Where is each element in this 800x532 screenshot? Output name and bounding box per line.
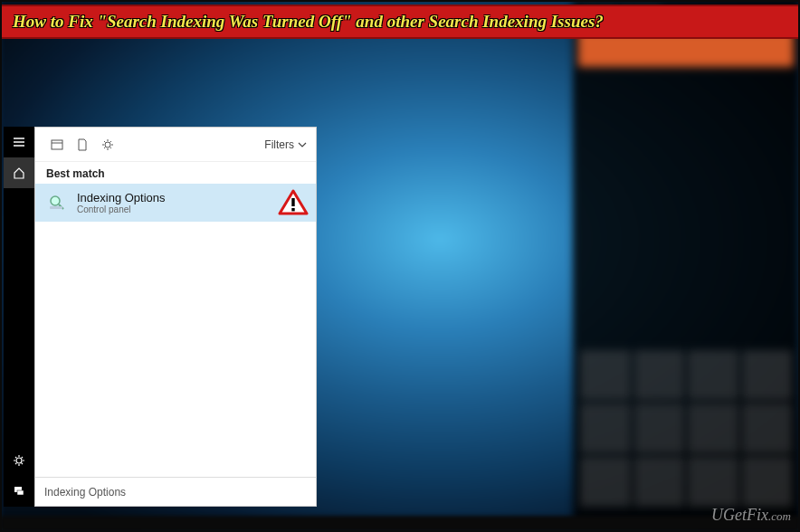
svg-rect-3	[52, 140, 62, 149]
svg-point-6	[51, 196, 60, 205]
quick-tile[interactable]	[688, 350, 738, 400]
quick-tile[interactable]	[634, 350, 685, 400]
quick-tile[interactable]	[580, 350, 631, 400]
svg-rect-8	[50, 206, 62, 209]
chevron-down-icon	[298, 142, 307, 147]
search-result-indexing-options[interactable]: Indexing Options Control panel	[35, 184, 316, 222]
warning-icon	[278, 189, 309, 216]
gear-icon[interactable]	[4, 445, 34, 476]
filters-label: Filters	[264, 138, 294, 151]
svg-point-5	[105, 142, 110, 147]
search-results-panel: Filters Best match Indexing Options Cont…	[34, 127, 317, 507]
quick-tile[interactable]	[580, 457, 631, 507]
search-results-body	[35, 222, 316, 477]
quick-tile[interactable]	[742, 350, 793, 400]
best-match-header: Best match	[35, 162, 316, 184]
documents-scope-icon[interactable]	[70, 132, 95, 157]
settings-scope-icon[interactable]	[95, 132, 120, 157]
quick-tile[interactable]	[634, 404, 685, 453]
svg-rect-2	[17, 490, 24, 495]
search-input[interactable]: Indexing Options	[35, 477, 316, 506]
watermark-brand: UGetFix	[711, 506, 768, 524]
result-subtitle: Control panel	[77, 204, 166, 214]
article-title-banner: How to Fix "Search Indexing Was Turned O…	[0, 5, 800, 39]
action-center-panel: ACTION CENTER	[573, 0, 799, 525]
taskbar[interactable]	[0, 516, 800, 532]
feedback-icon[interactable]	[4, 476, 34, 507]
indexing-options-icon	[46, 192, 68, 214]
home-icon[interactable]	[4, 157, 34, 188]
quick-tile[interactable]	[742, 404, 793, 453]
quick-tile[interactable]	[688, 404, 738, 453]
menu-icon[interactable]	[4, 127, 34, 157]
svg-point-0	[16, 458, 22, 463]
quick-tile[interactable]	[742, 457, 793, 507]
svg-rect-10	[291, 208, 294, 211]
quick-tile[interactable]	[688, 457, 738, 507]
watermark-suffix: .com	[768, 509, 791, 523]
search-category-sidebar	[4, 127, 34, 507]
result-title: Indexing Options	[77, 191, 166, 204]
quick-tile[interactable]	[634, 457, 685, 507]
apps-scope-icon[interactable]	[44, 132, 70, 157]
search-input-value: Indexing Options	[44, 486, 126, 499]
filters-dropdown[interactable]: Filters	[264, 138, 307, 151]
quick-tile[interactable]	[580, 404, 631, 453]
svg-rect-9	[291, 198, 294, 206]
quick-action-tiles	[580, 350, 792, 507]
search-toolbar: Filters	[35, 128, 316, 162]
watermark: UGetFix.com	[711, 506, 791, 525]
article-title: How to Fix "Search Indexing Was Turned O…	[13, 12, 604, 32]
